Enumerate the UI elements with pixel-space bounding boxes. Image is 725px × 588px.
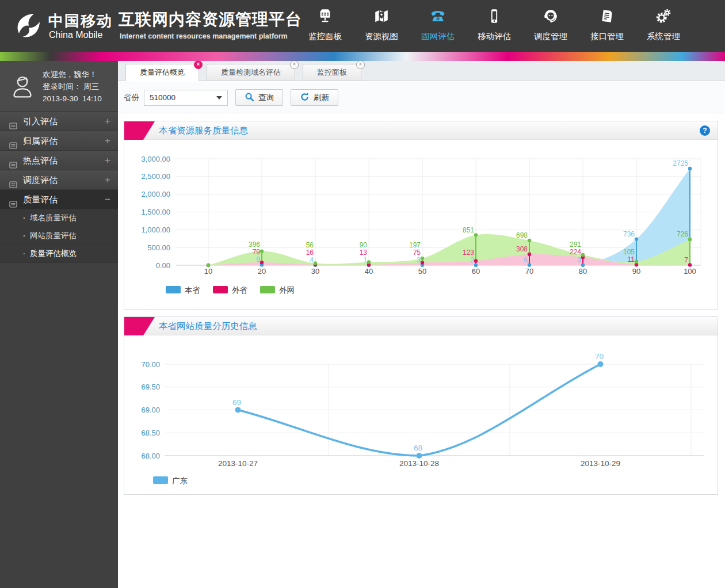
sidebar-item-4[interactable]: 质量评估− [0,190,118,209]
tab-close-icon[interactable]: × [356,60,365,69]
tab-label: 监控面板 [317,68,347,77]
nav-item-dispatch-mgmt[interactable]: 调度管理 [522,0,579,52]
sidebar-item-1[interactable]: 归属评估+ [0,131,118,151]
sidebar-subitem-1[interactable]: ·网站质量评估 [0,227,118,245]
province-select[interactable]: 510000 [144,90,228,106]
tab-close-icon[interactable]: × [290,60,299,69]
tab-label: 质量评估概览 [140,68,185,77]
x-tick-label: 10 [204,267,212,276]
x-tick-label: 90 [632,267,640,276]
avatar [7,70,38,104]
data-label: 1 [363,256,367,264]
platform-title: 互联网内容资源管理平台 [119,9,302,30]
filter-bar: 省份 510000 查询 刷新 [118,82,725,113]
resource-quality-panel: 本省资源服务质量信息 ? 0.00500.001,000.001,500.002… [124,121,718,310]
nav-item-interface-mgmt[interactable]: 接口管理 [579,0,635,52]
legend-item-1[interactable]: 外省 [213,286,247,295]
x-tick-label: 40 [365,267,373,276]
resource-quality-area-chart: 0.00500.001,000.001,500.002,000.002,500.… [124,140,718,309]
data-label: 7 [684,256,688,264]
expand-icon[interactable]: + [105,131,110,150]
tab-label: 质量检测域名评估 [221,68,281,77]
sidebar-item-label: 引入评估 [23,116,58,126]
collapse-icon[interactable]: − [105,190,110,209]
x-tick-label: 100 [684,267,696,276]
sidebar-item-2[interactable]: 热点评估+ [0,151,118,170]
legend-item-0[interactable]: 本省 [166,286,200,295]
refresh-icon [300,92,310,104]
sidebar-item-label: 热点评估 [23,155,58,165]
sidebar-item-3[interactable]: 调度评估+ [0,170,118,190]
tab-close-icon[interactable]: × [194,60,203,69]
nav-item-mobile-eval[interactable]: 移动评估 [466,0,522,52]
help-icon[interactable]: ? [700,125,710,136]
svg-text:广东: 广东 [172,476,188,485]
expand-icon[interactable]: + [105,170,110,189]
panel-flag [124,121,155,140]
data-label: 197 [409,241,421,249]
data-label: 698 [516,231,528,239]
tab-strip: 质量评估概览×质量检测域名评估×监控面板× [118,61,725,81]
login-day-line: 登录时间： 周三 [43,81,102,93]
nav-item-resource-view[interactable]: 资源视图 [353,0,410,52]
china-mobile-logo [8,7,45,44]
tab-1[interactable]: 质量检测域名评估× [207,64,295,81]
y-tick-label: 2,500.00 [141,172,170,181]
refresh-button-label: 刷新 [314,93,329,103]
x-tick-label: 70 [525,267,533,276]
y-tick-label: 3,000.00 [141,155,170,163]
search-button[interactable]: 查询 [235,89,283,106]
sidebar-item-label: 调度评估 [23,175,58,185]
x-tick-label: 2013-10-27 [218,459,258,468]
province-label: 省份 [124,93,139,103]
sidebar-subitem-label: 质量评估概览 [30,249,77,258]
search-button-label: 查询 [258,93,274,103]
expand-icon[interactable]: + [105,151,110,170]
data-label: 851 [463,226,474,234]
data-label: 224 [570,248,581,256]
data-label: 16 [306,249,314,257]
sidebar-subitem-label: 网站质量评估 [30,231,77,240]
website-quality-line-chart: 68.0068.5069.0069.5070.002013-10-272013-… [124,335,718,494]
legend-item-2[interactable]: 外网 [260,286,295,295]
user-info: 欢迎您，魏华！ 登录时间： 周三 2013-9-30 14:10 [43,68,102,105]
data-label: 726 [677,230,688,238]
x-tick-label: 2013-10-28 [399,459,439,468]
data-label: 6 [524,256,528,264]
sidebar-subitem-0[interactable]: ·域名质量评估 [0,209,118,227]
panel-flag [124,317,155,335]
sidebar-subitem-2[interactable]: ·质量评估概览 [0,245,118,263]
tab-2[interactable]: 监控面板× [303,64,361,81]
data-label: 3 [417,256,421,264]
tab-0[interactable]: 质量评估概览× [125,64,199,81]
nav-item-fixed-net-eval[interactable]: 固网评估 [410,0,466,52]
brand-name-en: China Mobile [49,30,102,40]
headset-icon [522,7,579,31]
sidebar-item-label: 质量评估 [23,194,58,204]
sidebar-item-0[interactable]: 引入评估+ [0,112,118,131]
y-tick-label: 0.00 [156,261,170,270]
top-nav: 监控面板资源视图固网评估移动评估调度管理接口管理系统管理 [297,0,692,52]
sidebar-item-label: 归属评估 [23,136,58,146]
top-header: 中国移动 China Mobile 互联网内容资源管理平台 Internet c… [0,0,725,52]
nav-item-label: 资源视图 [353,31,410,42]
user-avatar-icon [7,70,38,101]
nav-item-monitor-panel[interactable]: 监控面板 [297,0,353,52]
data-label: 291 [570,240,581,249]
nav-item-system-mgmt[interactable]: 系统管理 [635,0,692,52]
data-label: 396 [249,240,260,249]
side-menu: 引入评估+归属评估+热点评估+调度评估+质量评估−·域名质量评估·网站质量评估·… [0,112,118,263]
data-label: 2 [470,256,474,264]
refresh-button[interactable]: 刷新 [291,89,338,106]
legend-item-0[interactable]: 广东 [153,476,188,485]
svg-text:外网: 外网 [279,286,295,295]
expand-icon[interactable]: + [105,112,110,131]
x-tick-label: 80 [579,267,587,276]
mobile-icon [466,7,522,31]
data-label: 2725 [673,159,688,167]
data-label: 11 [628,255,635,264]
data-label: 75 [413,249,421,257]
data-label: 70 [595,352,604,361]
x-tick-label: 20 [258,267,266,276]
sidebar-subitem-label: 域名质量评估 [30,213,77,222]
